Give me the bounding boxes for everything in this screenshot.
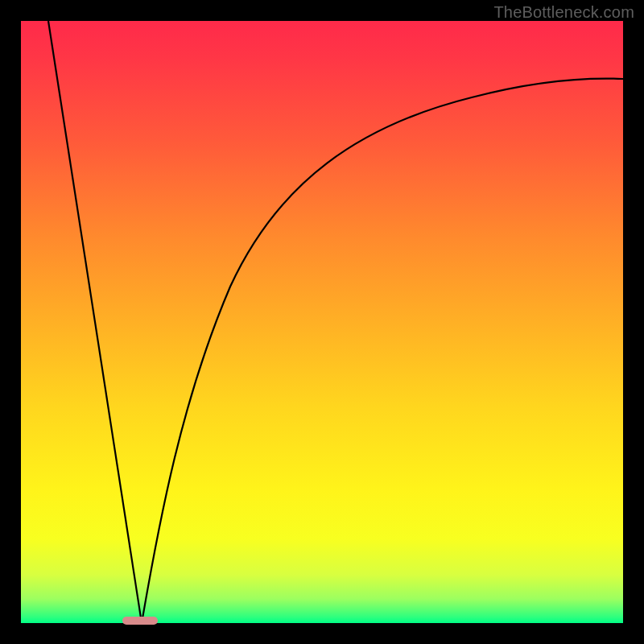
bottleneck-curve bbox=[21, 21, 623, 623]
right-branch bbox=[142, 79, 623, 623]
watermark-text: TheBottleneck.com bbox=[493, 3, 634, 22]
chart-frame: TheBottleneck.com bbox=[0, 0, 644, 644]
left-branch bbox=[48, 21, 142, 623]
optimal-marker bbox=[122, 617, 158, 625]
plot-area bbox=[21, 21, 623, 623]
